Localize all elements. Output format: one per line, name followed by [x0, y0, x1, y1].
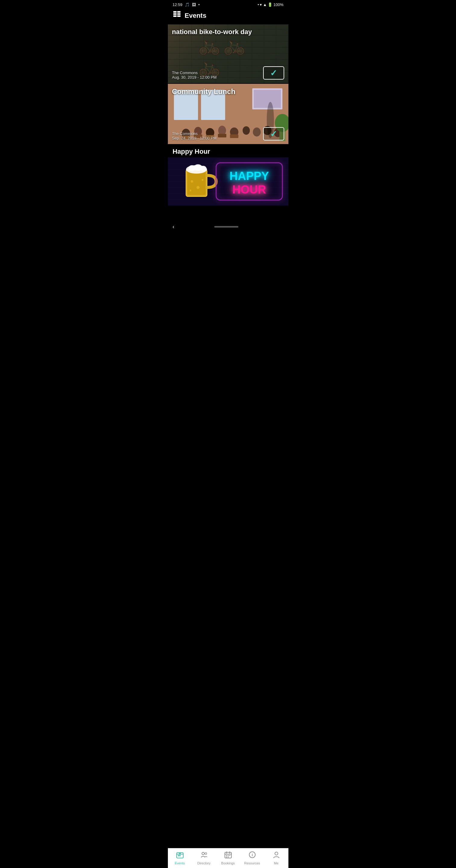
svg-rect-11 — [254, 90, 281, 108]
app-header: Events — [168, 8, 288, 24]
svg-text:HAPPY: HAPPY — [230, 170, 269, 182]
wifi-icon: ▾ — [260, 2, 262, 7]
app-logo-icon — [173, 10, 181, 21]
svg-point-46 — [189, 190, 191, 191]
happy-image-container: HAPPY HOUR — [168, 157, 288, 206]
event-venue-bike: The Commons — [172, 70, 217, 75]
svg-rect-6 — [177, 16, 181, 17]
event-venue-lunch: The Commons — [172, 131, 217, 136]
svg-point-18 — [253, 127, 261, 136]
happy-title-bar: Happy Hour — [168, 145, 288, 157]
svg-point-45 — [202, 179, 204, 181]
svg-rect-24 — [218, 134, 226, 137]
svg-rect-5 — [177, 13, 181, 15]
event-date-bike: Aug. 30, 2019 - 12:00 PM — [172, 75, 217, 80]
event-date-lunch: Sep. 24, 2019 - 12:00 PM — [172, 136, 217, 141]
svg-rect-4 — [177, 11, 181, 13]
event-image-lunch: Community Lunch The Commons Sep. 24, 201… — [168, 84, 288, 144]
rsvp-check-lunch-icon: ✓ — [270, 129, 277, 139]
svg-rect-1 — [173, 11, 177, 13]
svg-rect-25 — [230, 134, 238, 138]
event-title-bike: national bike-to-work day — [172, 28, 252, 36]
event-card-lunch[interactable]: Community Lunch The Commons Sep. 24, 201… — [168, 84, 288, 144]
svg-rect-3 — [173, 16, 177, 17]
battery-icon: 🔋 — [268, 2, 272, 7]
page-title: Events — [185, 12, 207, 20]
svg-rect-2 — [173, 13, 177, 15]
photo-icon: 🖼 — [192, 2, 196, 7]
dot2-icon: • — [258, 2, 259, 7]
event-card-bike[interactable]: national bike-to-work day The Commons Au… — [168, 24, 288, 83]
rsvp-check-icon: ✓ — [270, 68, 277, 78]
rsvp-button-bike[interactable]: ✓ — [263, 66, 284, 80]
rsvp-button-lunch[interactable]: ✓ — [263, 127, 284, 141]
svg-point-17 — [243, 126, 250, 135]
status-time: 12:59 — [173, 2, 183, 7]
signal-icon: ▲ — [263, 2, 267, 7]
battery-percent: 100% — [273, 2, 283, 7]
status-bar: 12:59 🎵 🖼 • • ▾ ▲ 🔋 100% — [168, 0, 288, 8]
status-right: • ▾ ▲ 🔋 100% — [258, 2, 283, 7]
event-title-lunch: Community Lunch — [172, 87, 236, 96]
svg-point-43 — [191, 180, 193, 183]
back-button[interactable]: ‹ — [173, 224, 175, 230]
event-title-happy: Happy Hour — [173, 148, 283, 156]
spotify-icon: 🎵 — [185, 2, 189, 7]
event-info-lunch: The Commons Sep. 24, 2019 - 12:00 PM — [172, 131, 217, 141]
dot-icon: • — [198, 2, 200, 7]
svg-point-42 — [201, 166, 207, 171]
events-list: national bike-to-work day The Commons Au… — [168, 24, 288, 227]
home-indicator-area: ‹ — [168, 227, 288, 248]
event-card-happy[interactable]: Happy Hour — [168, 145, 288, 206]
happy-bg: HAPPY HOUR — [168, 157, 288, 206]
event-info-bike: The Commons Aug. 30, 2019 - 12:00 PM — [172, 70, 217, 80]
home-indicator — [214, 226, 238, 227]
status-left: 12:59 🎵 🖼 • — [173, 2, 200, 7]
event-image-bike: national bike-to-work day The Commons Au… — [168, 24, 288, 83]
svg-point-44 — [196, 186, 200, 189]
svg-rect-38 — [187, 171, 206, 195]
svg-text:HOUR: HOUR — [232, 183, 266, 196]
